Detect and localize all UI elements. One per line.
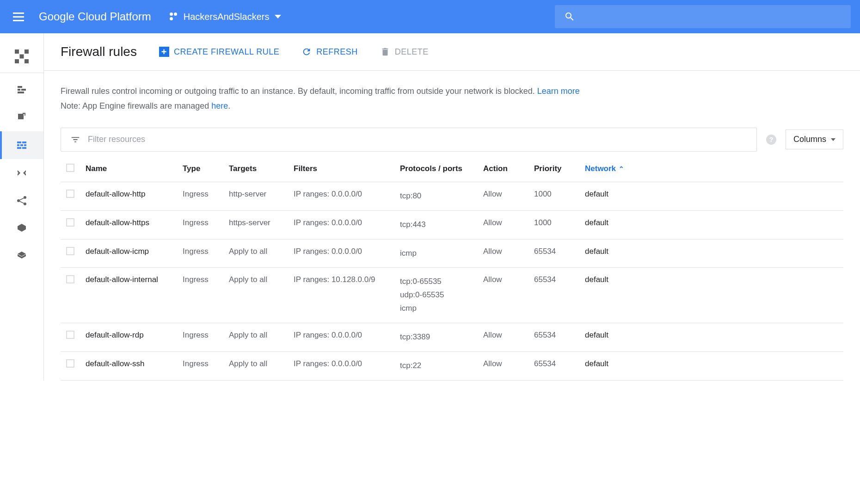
cell-targets: Apply to all xyxy=(223,323,288,352)
header-action[interactable]: Action xyxy=(478,156,528,182)
svg-rect-13 xyxy=(24,144,26,146)
header-priority[interactable]: Priority xyxy=(528,156,579,182)
cell-protocols: tcp:22 xyxy=(394,352,478,381)
search-bar[interactable] xyxy=(555,5,851,28)
header-name[interactable]: Name xyxy=(80,156,177,182)
svg-rect-7 xyxy=(21,89,26,91)
svg-rect-8 xyxy=(18,92,24,93)
table-row[interactable]: default-allow-ssh Ingress Apply to all I… xyxy=(61,352,843,381)
sidebar xyxy=(0,33,44,381)
content-area: Firewall rules + CREATE FIREWALL RULE RE… xyxy=(0,33,860,381)
svg-point-16 xyxy=(17,199,20,202)
cell-name: default-allow-https xyxy=(80,210,177,239)
delete-button[interactable]: DELETE xyxy=(380,47,429,57)
row-checkbox[interactable] xyxy=(66,247,74,255)
table-row[interactable]: default-allow-https Ingress https-server… xyxy=(61,210,843,239)
firewall-rules-table: Name Type Targets Filters Protocols / po… xyxy=(61,156,843,381)
svg-rect-10 xyxy=(22,141,26,143)
cell-action: Allow xyxy=(478,352,528,381)
learn-more-link[interactable]: Learn more xyxy=(537,86,580,96)
sidebar-item-shared-vpc[interactable] xyxy=(0,215,43,242)
header-protocols[interactable]: Protocols / ports xyxy=(394,156,478,182)
row-checkbox[interactable] xyxy=(66,331,74,339)
svg-point-17 xyxy=(24,196,26,199)
top-header: Google Cloud Platform HackersAndSlackers xyxy=(0,0,860,33)
project-name: HackersAndSlackers xyxy=(184,12,270,22)
sidebar-item-routes[interactable] xyxy=(0,159,43,187)
cell-type: Ingress xyxy=(177,268,223,323)
header-targets[interactable]: Targets xyxy=(223,156,288,182)
cell-network: default xyxy=(579,182,843,210)
svg-rect-11 xyxy=(17,144,19,146)
row-checkbox[interactable] xyxy=(66,359,74,368)
table-row[interactable]: default-allow-http Ingress http-server I… xyxy=(61,182,843,210)
svg-rect-12 xyxy=(20,144,23,146)
create-firewall-button[interactable]: + CREATE FIREWALL RULE xyxy=(159,47,279,57)
refresh-label: REFRESH xyxy=(316,47,358,57)
cell-priority: 65534 xyxy=(528,239,579,268)
cell-type: Ingress xyxy=(177,239,223,268)
cell-network: default xyxy=(579,352,843,381)
select-all-checkbox[interactable] xyxy=(66,164,74,172)
trash-icon xyxy=(380,47,390,57)
cell-type: Ingress xyxy=(177,182,223,210)
header-network[interactable]: Network⌃ xyxy=(579,156,843,182)
cell-action: Allow xyxy=(478,323,528,352)
row-checkbox[interactable] xyxy=(66,218,74,227)
external-ip-icon xyxy=(16,112,27,123)
chevron-down-icon xyxy=(275,15,281,18)
table-row[interactable]: default-allow-internal Ingress Apply to … xyxy=(61,268,843,323)
cell-priority: 1000 xyxy=(528,182,579,210)
columns-button[interactable]: Columns xyxy=(786,129,843,149)
sidebar-item-vpc[interactable] xyxy=(0,40,43,73)
cell-type: Ingress xyxy=(177,210,223,239)
sidebar-item-external-ip[interactable] xyxy=(0,104,43,131)
filter-input[interactable] xyxy=(88,135,747,144)
cell-name: default-allow-http xyxy=(80,182,177,210)
routes-icon xyxy=(16,167,27,178)
help-icon[interactable]: ? xyxy=(766,135,776,145)
header-type[interactable]: Type xyxy=(177,156,223,182)
cell-filters: IP ranges: 0.0.0.0/0 xyxy=(288,210,394,239)
cell-priority: 65534 xyxy=(528,268,579,323)
table-row[interactable]: default-allow-icmp Ingress Apply to all … xyxy=(61,239,843,268)
cell-targets: Apply to all xyxy=(223,268,288,323)
here-link[interactable]: here xyxy=(211,101,228,111)
cell-action: Allow xyxy=(478,182,528,210)
svg-rect-1 xyxy=(25,49,29,54)
svg-rect-9 xyxy=(17,141,21,143)
cell-name: default-allow-internal xyxy=(80,268,177,323)
serverless-icon xyxy=(16,251,27,262)
sidebar-item-peering[interactable] xyxy=(0,187,43,215)
filter-bar[interactable] xyxy=(61,128,757,152)
svg-rect-15 xyxy=(22,147,26,149)
refresh-icon xyxy=(301,47,312,57)
cell-filters: IP ranges: 0.0.0.0/0 xyxy=(288,239,394,268)
cell-filters: IP ranges: 0.0.0.0/0 xyxy=(288,182,394,210)
cell-network: default xyxy=(579,323,843,352)
cell-protocols: tcp:0-65535 udp:0-65535 icmp xyxy=(394,268,478,323)
svg-point-18 xyxy=(24,203,26,205)
cell-targets: Apply to all xyxy=(223,352,288,381)
header-filters[interactable]: Filters xyxy=(288,156,394,182)
sidebar-item-firewall[interactable] xyxy=(0,131,43,159)
sidebar-item-networks[interactable] xyxy=(0,76,43,104)
cell-protocols: tcp:3389 xyxy=(394,323,478,352)
cell-name: default-allow-ssh xyxy=(80,352,177,381)
cell-filters: IP ranges: 0.0.0.0/0 xyxy=(288,352,394,381)
refresh-button[interactable]: REFRESH xyxy=(301,47,358,57)
table-row[interactable]: default-allow-rdp Ingress Apply to all I… xyxy=(61,323,843,352)
row-checkbox[interactable] xyxy=(66,190,74,198)
project-selector[interactable]: HackersAndSlackers xyxy=(170,12,282,22)
cell-targets: Apply to all xyxy=(223,239,288,268)
row-checkbox[interactable] xyxy=(66,275,74,283)
menu-icon[interactable] xyxy=(9,9,28,25)
delete-label: DELETE xyxy=(395,47,429,57)
sidebar-item-serverless[interactable] xyxy=(0,242,43,270)
cell-filters: IP ranges: 10.128.0.0/9 xyxy=(288,268,394,323)
cell-filters: IP ranges: 0.0.0.0/0 xyxy=(288,323,394,352)
cell-protocols: tcp:443 xyxy=(394,210,478,239)
page-title: Firewall rules xyxy=(61,44,137,59)
cell-network: default xyxy=(579,210,843,239)
svg-rect-0 xyxy=(15,49,19,54)
